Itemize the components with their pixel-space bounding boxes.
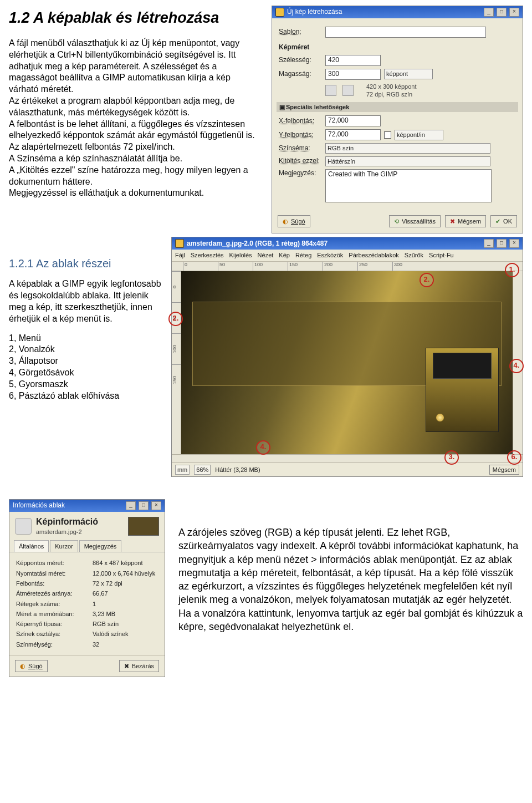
sablon-label: Sablon: [279,28,322,37]
info-icon [15,518,32,535]
section2-list: 1, Menü 2, Vonalzók 3, Állapotsor 4, Gör… [9,333,162,402]
help-button[interactable]: ◐Súgó [278,215,310,227]
cancel-button[interactable]: ✖Mégsem [445,215,486,227]
szinsema-select[interactable]: RGB szín [325,143,490,153]
megj-textarea[interactable]: Created with The GIMP [325,169,492,202]
info-body: Képpontos méret:864 x 487 képpont Nyomta… [9,552,165,655]
badge-4: 4. [509,359,524,373]
minimize-button[interactable]: _ [126,501,136,510]
x-icon: ✖ [124,662,129,670]
help-icon: ◐ [283,217,288,225]
info-thumbnail [128,517,159,536]
status-zoom-select[interactable]: 66% [194,465,211,475]
close-button[interactable]: × [509,8,519,17]
ruler-vertical[interactable]: 0 50 100 150 [172,271,181,454]
portrait-icon[interactable] [325,85,336,96]
chain-icon[interactable] [384,131,391,139]
szelesseg-label: Szélesség: [279,56,322,65]
heading-1-2-1: 1.2.1 Az ablak részei [9,256,162,271]
close-button[interactable]: × [509,239,519,248]
maximize-button[interactable]: □ [497,8,507,17]
reset-button[interactable]: ⟲Visszaállítás [389,215,441,227]
badge-3: 3. [444,450,459,465]
section1-para: A fájl menüből választhatjuk ki az Új ké… [9,38,262,199]
megj-label: Megjegyzés: [279,169,322,178]
xfel-input[interactable]: 72,000 [325,115,381,126]
canvas[interactable] [181,271,513,454]
list-item: 5, Gyorsmaszk [9,379,162,390]
info-help-button[interactable]: ◐Súgó [15,660,48,672]
tab-kurzor[interactable]: Kurzor [50,540,78,552]
ok-button[interactable]: ✔OK [490,215,517,227]
section3-para: A zárójeles szöveg (RGB) a kép típusát j… [178,526,523,633]
image-window: amsterdam_g.jpg-2.0 (RGB, 1 réteg) 864x4… [171,237,523,477]
sablon-select[interactable] [325,27,486,38]
info-close-button[interactable]: ✖Bezárás [119,660,159,672]
menu-kep[interactable]: Kép [279,251,290,259]
imgwin-titlebar[interactable]: amsterdam_g.jpg-2.0 (RGB, 1 réteg) 864x4… [172,237,523,250]
res-unit-select[interactable]: képpont/in [395,130,443,140]
magassag-input[interactable]: 300 [325,69,381,80]
xfel-label: X-felbontás: [279,117,322,126]
app-icon [175,239,184,248]
menu-szerkesztes[interactable]: Szerkesztés [191,251,224,259]
dialog-title: Új kép létrehozása [287,8,342,17]
menu-parbeszed[interactable]: Párbeszédablakok [349,251,399,259]
badge-6: 6. [507,450,521,465]
yfel-input[interactable]: 72,000 [325,129,381,140]
info-titlebar[interactable]: Információs ablak _ □ × [9,500,165,512]
minimize-button[interactable]: _ [484,8,494,17]
badge-2: 2. [420,273,434,287]
menu-eszkozok[interactable]: Eszközök [317,251,343,259]
tab-megjegyzes[interactable]: Megjegyzés [79,540,122,552]
size-info: 420 x 300 képpont 72 dpi, RGB szín [366,83,417,99]
spec-heading[interactable]: Speciális lehetőségek [286,104,349,110]
ruler-horizontal[interactable]: 0 50 100 150 200 250 300 [172,262,523,271]
menu-scriptfu[interactable]: Script-Fu [429,251,454,259]
badge-2b: 2. [168,312,183,326]
kepmeret-heading: Képméret [279,43,516,52]
list-item: 2, Vonalzók [9,344,162,355]
heading-1-2: 1.2 A képablak és létrehozása [9,8,262,28]
menu-reteg[interactable]: Réteg [295,251,311,259]
maximize-button[interactable]: □ [497,239,507,248]
status-bar: mm 66% Háttér (3,28 MB) Mégsem [172,463,523,476]
list-item: 6, Pásztázó ablak előhívása [9,390,162,402]
maximize-button[interactable]: □ [139,501,149,510]
info-header-sub: amsterdam.jpg-2 [36,528,124,536]
imgwin-title: amsterdam_g.jpg-2.0 (RGB, 1 réteg) 864x4… [187,240,328,248]
magassag-label: Magasság: [279,70,322,79]
dialog-titlebar[interactable]: Új kép létrehozása _ □ × [272,6,523,18]
menu-szurok[interactable]: Szűrők [405,251,423,259]
menu-nezet[interactable]: Nézet [258,251,274,259]
szelesseg-input[interactable]: 420 [325,55,381,66]
check-icon: ✔ [495,217,500,225]
scrollbar-horizontal[interactable] [172,454,523,463]
x-icon: ✖ [450,217,455,225]
close-button[interactable]: × [151,501,161,510]
landscape-icon[interactable] [342,85,354,96]
app-icon [275,8,284,17]
list-item: 4, Görgetősávok [9,367,162,379]
kitoltes-select[interactable]: Háttérszín [325,156,490,166]
yfel-label: Y-felbontás: [279,131,322,140]
szinsema-label: Színséma: [279,144,322,153]
kitoltes-label: Kitöltés ezzel: [279,157,322,166]
train-shape [426,348,499,432]
badge-4b: 4. [256,440,270,455]
unit-select[interactable]: képpont [384,69,433,79]
status-cancel-button[interactable]: Mégsem [489,465,519,475]
list-item: 3, Állapotsor [9,355,162,367]
info-window: Információs ablak _ □ × Képinformáció am… [9,499,165,677]
menu-bar[interactable]: Fájl Szerkesztés Kijelölés Nézet Kép Rét… [172,250,523,261]
list-item: 1, Menü [9,333,162,344]
tab-altalanos[interactable]: Általános [14,540,49,552]
section2-p1: A képablak a GIMP egyik legfontosabb és … [9,278,162,324]
menu-fajl[interactable]: Fájl [175,251,185,259]
menu-kijeloles[interactable]: Kijelölés [229,251,252,259]
status-unit-select[interactable]: mm [175,465,190,475]
info-header-title: Képinformáció [36,516,124,528]
minimize-button[interactable]: _ [484,239,494,248]
help-icon: ◐ [20,662,25,670]
badge-1: 1. [505,263,519,277]
